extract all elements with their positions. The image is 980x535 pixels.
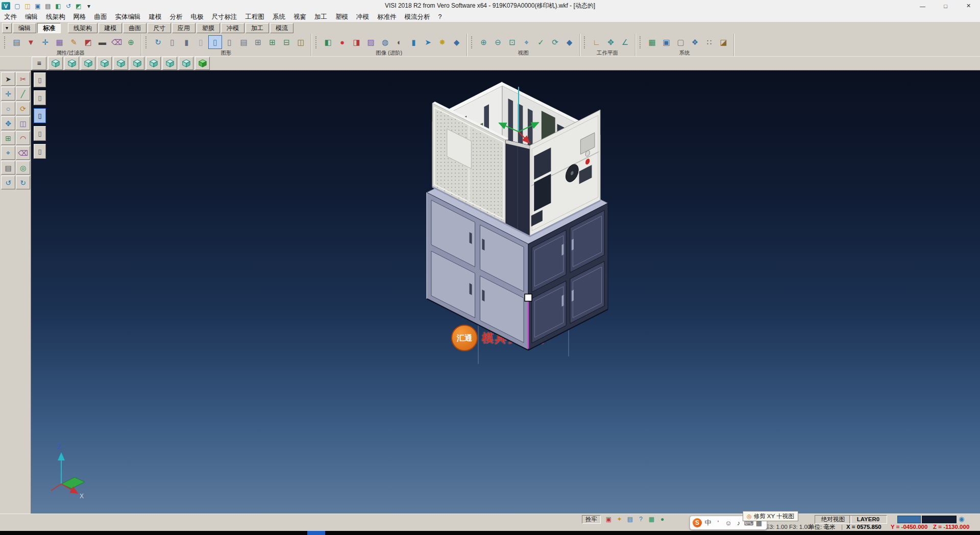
view-top[interactable] xyxy=(81,57,95,70)
section-view-icon[interactable]: ◫ xyxy=(294,35,308,49)
view-iso-3[interactable] xyxy=(179,57,193,70)
toolbar-more-icon[interactable]: ▾ xyxy=(84,1,94,11)
rotate-view-icon[interactable]: ⟳ xyxy=(548,35,562,49)
pattern-icon[interactable]: ❖ xyxy=(688,35,702,49)
view-iso-2[interactable] xyxy=(162,57,177,70)
menu-item[interactable]: 编辑 xyxy=(21,12,42,22)
print-icon[interactable]: ▤ xyxy=(43,1,53,11)
measure-icon[interactable]: ⌖ xyxy=(1,146,15,160)
menu-item[interactable]: 网格 xyxy=(69,12,90,22)
pick-icon[interactable]: ➤ xyxy=(421,35,435,49)
measure-icon[interactable]: ⌖ xyxy=(520,35,533,49)
filter-point-button[interactable]: ▯ xyxy=(34,72,46,87)
menu-item[interactable]: 文件 xyxy=(0,12,21,22)
view-front[interactable] xyxy=(64,57,79,70)
ime-mode-icon[interactable]: 中 xyxy=(703,518,713,528)
grid-edit-icon[interactable]: ⊟ xyxy=(280,35,293,49)
traffic-light-icon[interactable]: ● xyxy=(335,35,349,49)
tab-dropdown-button[interactable]: ▾ xyxy=(2,23,12,33)
new-doc-icon[interactable]: ▢ xyxy=(12,1,22,11)
circle-icon[interactable]: ○ xyxy=(1,102,15,115)
filter-solid-button[interactable]: ▯ xyxy=(34,108,46,123)
layers-icon[interactable]: ▤ xyxy=(1,161,15,175)
view-left[interactable] xyxy=(97,57,112,70)
zoom-out-icon[interactable]: ⊖ xyxy=(491,35,505,49)
menu-item[interactable]: 工程图 xyxy=(241,12,269,22)
filter-icon[interactable]: ▼ xyxy=(24,35,38,49)
save-icon[interactable]: ▣ xyxy=(33,1,43,11)
pen-style-icon[interactable]: ✎ xyxy=(67,35,81,49)
status-end-icon[interactable]: ◉ xyxy=(959,515,964,523)
menu-item[interactable]: 冲模 xyxy=(352,12,373,22)
status-help-icon[interactable]: ? xyxy=(636,515,646,523)
workplane-icon[interactable]: ∟ xyxy=(590,35,603,49)
body-new-icon[interactable]: ⊞ xyxy=(251,35,265,49)
blank-page-icon[interactable]: ▢ xyxy=(674,35,688,49)
redraw-icon[interactable]: ↻ xyxy=(151,35,165,49)
menu-item[interactable]: 曲面 xyxy=(90,12,111,22)
fillet-icon[interactable]: ◠ xyxy=(16,131,30,145)
close-button[interactable]: ✕ xyxy=(957,0,980,12)
layer-grid-icon[interactable]: ▦ xyxy=(53,35,66,49)
line-icon[interactable]: ╱ xyxy=(16,87,30,101)
view-mode-indicator[interactable]: 绝对视图 xyxy=(815,515,851,524)
body-dynamic-icon[interactable]: ▯ xyxy=(208,35,222,49)
status-ok-icon[interactable]: ● xyxy=(657,515,667,523)
menu-item[interactable]: 系统 xyxy=(268,12,289,22)
body-outline-icon[interactable]: ▯ xyxy=(165,35,179,49)
menu-item[interactable]: 视窗 xyxy=(289,12,310,22)
workplane-angle-icon[interactable]: ∠ xyxy=(618,35,632,49)
menu-item[interactable]: 建模 xyxy=(145,12,166,22)
preview-icon[interactable]: ◧ xyxy=(53,1,63,11)
point-icon[interactable]: ✛ xyxy=(1,87,15,101)
mirror-icon[interactable]: ◫ xyxy=(16,116,30,130)
view-shaded[interactable] xyxy=(195,57,210,70)
viewport-3d[interactable] xyxy=(0,70,980,514)
erase-icon[interactable]: ⌫ xyxy=(16,146,30,160)
snap-icon[interactable]: ◎ xyxy=(16,161,30,175)
status-grid-icon[interactable]: ▦ xyxy=(647,515,656,523)
move-icon[interactable]: ✥ xyxy=(1,116,15,130)
color-swatch-icon[interactable]: ◩ xyxy=(81,35,95,49)
ime-emoji-icon[interactable]: ☺ xyxy=(723,518,733,528)
select-arrow-icon[interactable]: ➤ xyxy=(1,72,15,86)
minimize-button[interactable]: — xyxy=(911,0,934,12)
filter-mesh-button[interactable]: ▯ xyxy=(34,144,46,159)
view-axonometric[interactable] xyxy=(48,57,63,70)
tilt-plane-icon[interactable]: ◪ xyxy=(717,35,730,49)
view-back[interactable] xyxy=(130,57,144,70)
erase-attr-icon[interactable]: ⌫ xyxy=(110,35,124,49)
filter-wire-button[interactable]: ▯ xyxy=(34,90,46,105)
status-doc-icon[interactable]: ▤ xyxy=(625,515,635,523)
material-icon[interactable]: ◨ xyxy=(350,35,363,49)
status-edit-icon[interactable]: ▣ xyxy=(604,515,614,523)
body-list-icon[interactable]: ▤ xyxy=(237,35,251,49)
color-grid-icon[interactable]: ▦ xyxy=(645,35,659,49)
grid-on-icon[interactable]: ⊞ xyxy=(265,35,279,49)
ime-punct-icon[interactable]: ’ xyxy=(713,518,723,528)
shade-mode-icon[interactable]: ◧ xyxy=(321,35,335,49)
light-icon[interactable]: ✸ xyxy=(435,35,449,49)
taskbar-app-indicator[interactable] xyxy=(307,531,325,535)
menu-item[interactable]: 尺寸标注 xyxy=(208,12,241,22)
ime-mic-icon[interactable]: ♪ xyxy=(733,518,744,528)
menu-item[interactable]: 电极 xyxy=(187,12,208,22)
filter-surface-button[interactable]: ▯ xyxy=(34,126,46,141)
sogou-logo-icon[interactable]: S xyxy=(693,518,702,527)
view-list-button[interactable]: ≡ xyxy=(32,57,46,70)
status-star-icon[interactable]: ✦ xyxy=(615,515,624,523)
attributes-icon[interactable]: ▤ xyxy=(10,35,23,49)
body-hidden-icon[interactable]: ▯ xyxy=(194,35,208,49)
quick-select-icon[interactable]: ✛ xyxy=(38,35,52,49)
redo-icon[interactable]: ↻ xyxy=(16,176,30,189)
active-layer-indicator[interactable]: LAYER0 xyxy=(849,515,887,524)
open-file-icon[interactable]: ◫ xyxy=(22,1,33,11)
trim-icon[interactable]: ✂ xyxy=(16,72,30,86)
view-right[interactable] xyxy=(113,57,128,70)
snap-lock-toggle[interactable]: 拴牢 xyxy=(582,515,601,524)
verify-icon[interactable]: ✓ xyxy=(534,35,548,49)
menu-item[interactable]: 线架构 xyxy=(42,12,69,22)
menu-item[interactable]: 模流分析 xyxy=(401,12,434,22)
monitor-icon[interactable]: ▣ xyxy=(659,35,673,49)
line-style-icon[interactable]: ▬ xyxy=(95,35,109,49)
